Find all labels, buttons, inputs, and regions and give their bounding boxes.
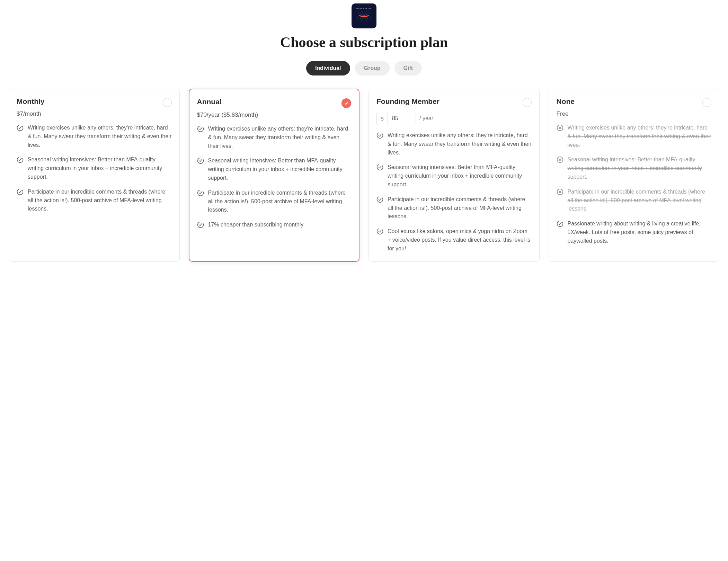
plan-founding-amount-input[interactable]: [388, 112, 416, 125]
feature-text: Seasonal writing intensives: Better than…: [28, 155, 172, 181]
plan-annual-features: Writing exercises unlike any others: the…: [197, 125, 352, 229]
x-circle-icon: [557, 156, 563, 163]
feature-text: Writing exercises unlike any others: the…: [568, 124, 712, 149]
check-circle-icon: [197, 157, 204, 164]
tab-gift[interactable]: Gift: [394, 61, 422, 75]
feature-text: Writing exercises unlike any others: the…: [208, 125, 352, 150]
plan-founding-radio[interactable]: [523, 98, 532, 107]
feature-item: Cool extras like salons, open mics & yog…: [376, 227, 532, 253]
feature-item: Seasonal writing intensives: Better than…: [557, 155, 712, 181]
feature-text: Writing exercises unlike any others: the…: [28, 124, 172, 149]
feature-text: Participate in our incredible comments &…: [568, 188, 712, 213]
check-circle-icon: [376, 228, 383, 235]
feature-text: Seasonal writing intensives: Better than…: [568, 155, 712, 181]
svg-text:WRITING IN THE DARK: WRITING IN THE DARK: [356, 8, 372, 9]
plan-annual-price: $70/year ($5.83/month): [197, 112, 352, 118]
plan-annual-radio[interactable]: [341, 98, 351, 108]
feature-item: Writing exercises unlike any others: the…: [557, 124, 712, 149]
check-circle-icon: [376, 196, 383, 203]
tab-group[interactable]: Group: [355, 61, 390, 75]
feature-item: Passionate writing about writing & livin…: [557, 220, 712, 245]
feature-text: Seasonal writing intensives: Better than…: [208, 157, 352, 182]
currency-label: $: [377, 112, 388, 125]
feature-item: Participate in our incredible comments &…: [197, 189, 352, 214]
feature-text: Passionate writing about writing & livin…: [568, 220, 712, 245]
feature-text: Cool extras like salons, open mics & yog…: [388, 227, 532, 253]
feature-item: Participate in our incredible comments &…: [376, 195, 532, 221]
feature-item: Participate in our incredible comments &…: [17, 188, 172, 213]
check-circle-icon: [197, 221, 204, 228]
plan-none-title: None: [557, 97, 575, 106]
feature-text: Participate in our incredible comments &…: [28, 188, 172, 213]
plan-none-radio[interactable]: [702, 98, 711, 107]
brand-logo: WRITING IN THE DARK: [352, 3, 376, 28]
plan-annual[interactable]: Annual $70/year ($5.83/month) Writing ex…: [189, 89, 360, 262]
feature-item: 17% cheaper than subscribing monthly: [197, 221, 352, 229]
feature-item: Writing exercises unlike any others: the…: [17, 124, 172, 149]
tab-individual[interactable]: Individual: [306, 61, 350, 75]
feature-text: 17% cheaper than subscribing monthly: [208, 221, 304, 229]
feature-text: Participate in our incredible comments &…: [208, 189, 352, 214]
feature-text: Seasonal writing intensives: Better than…: [388, 163, 532, 189]
plan-founding-price-input-wrap: $: [376, 112, 416, 125]
x-circle-icon: [557, 188, 563, 195]
check-circle-icon: [17, 124, 24, 131]
plans-grid: Monthly $7/month Writing exercises unlik…: [9, 89, 719, 262]
plan-annual-title: Annual: [197, 98, 222, 106]
check-circle-icon: [557, 220, 563, 227]
feature-item: Writing exercises unlike any others: the…: [197, 125, 352, 150]
x-circle-icon: [557, 124, 563, 131]
plan-none-features: Writing exercises unlike any others: the…: [557, 124, 712, 246]
feature-item: Seasonal writing intensives: Better than…: [376, 163, 532, 189]
feature-item: Seasonal writing intensives: Better than…: [197, 157, 352, 182]
plan-founding-features: Writing exercises unlike any others: the…: [376, 131, 532, 253]
plan-founding-title: Founding Member: [376, 97, 440, 106]
plan-monthly-price: $7/month: [17, 110, 172, 117]
feature-item: Participate in our incredible comments &…: [557, 188, 712, 213]
check-icon: [344, 101, 349, 106]
check-circle-icon: [17, 188, 24, 195]
check-circle-icon: [17, 156, 24, 163]
page-title: Choose a subscription plan: [9, 34, 719, 51]
audience-tabs: Individual Group Gift: [9, 61, 719, 75]
plan-founding[interactable]: Founding Member $ / year Writing exercis…: [369, 89, 540, 262]
plan-founding-per-year: / year: [419, 115, 433, 122]
check-circle-icon: [197, 189, 204, 196]
feature-text: Participate in our incredible comments &…: [388, 195, 532, 221]
feature-item: Seasonal writing intensives: Better than…: [17, 155, 172, 181]
feature-text: Writing exercises unlike any others: the…: [388, 131, 532, 157]
check-circle-icon: [197, 125, 204, 132]
check-circle-icon: [376, 132, 383, 139]
plan-none[interactable]: None Free Writing exercises unlike any o…: [549, 89, 720, 262]
feature-item: Writing exercises unlike any others: the…: [376, 131, 532, 157]
plan-monthly-title: Monthly: [17, 97, 44, 106]
plan-none-price: Free: [557, 110, 712, 117]
plan-monthly[interactable]: Monthly $7/month Writing exercises unlik…: [9, 89, 180, 262]
plan-monthly-radio[interactable]: [163, 98, 172, 107]
check-circle-icon: [376, 164, 383, 171]
plan-monthly-features: Writing exercises unlike any others: the…: [17, 124, 172, 213]
